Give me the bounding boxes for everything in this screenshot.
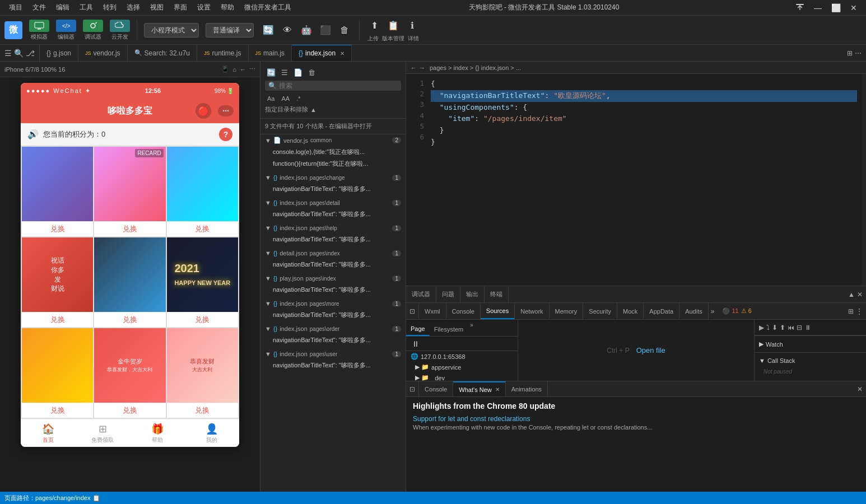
debug-pause-icon[interactable]: ⏸ (804, 324, 811, 332)
call-stack-header[interactable]: ▼ Call Stack (759, 355, 862, 366)
close-button[interactable]: ✕ (846, 0, 862, 16)
search-group-vendorjs-header[interactable]: ▼ 📄 vendor.js common 2 (260, 134, 406, 146)
tab-close-icon[interactable]: ✕ (340, 50, 344, 57)
devtools-move-icon[interactable]: ⊞ (848, 307, 854, 315)
grid-item-1[interactable]: RECARD 兑换 (94, 147, 165, 236)
devtools-close-icon[interactable]: ✕ (857, 291, 863, 298)
debug-play-icon[interactable]: ▶ (759, 324, 764, 332)
search-input[interactable] (279, 82, 398, 90)
devtools-tab-security[interactable]: Security (583, 303, 617, 319)
filter-expand-icon[interactable]: ▲ (310, 106, 316, 113)
phone-more-icon[interactable]: ⋯ (249, 66, 255, 73)
grid-item-3[interactable]: 祝话你多发财说 兑换 (22, 237, 93, 327)
eye-icon[interactable]: 👁 (280, 22, 295, 38)
editor-scrollbar[interactable] (862, 74, 866, 286)
search-result-item[interactable]: navigationBarTitleText": "哆啦多多... (260, 360, 406, 371)
dock-icon[interactable]: ⊡ (409, 307, 415, 315)
maximize-button[interactable]: ⬜ (828, 0, 844, 16)
clear-icon[interactable]: 🗑 (337, 22, 352, 38)
devtools-more-opts-icon[interactable]: ⋮ (856, 307, 863, 315)
devtools-tab-network[interactable]: Network (515, 303, 549, 319)
search-result-item[interactable]: navigationBarTitleText": "哆啦多多... (260, 309, 406, 321)
search-result-item[interactable]: function(){return{title:"我正在哆啦... (260, 158, 406, 170)
editor-button[interactable]: </> (56, 20, 76, 32)
phone-home-icon[interactable]: ⌂ (232, 66, 236, 73)
match-case-btn[interactable]: Aa (265, 94, 277, 103)
bottom-tab-console[interactable]: Console (419, 381, 453, 396)
devtools-tab-appdata[interactable]: AppData (644, 303, 679, 319)
search-group-playjson-header[interactable]: ▼ {} play.json pages\index 1 (260, 273, 406, 284)
phone-nav-me[interactable]: 👤 我的 (185, 419, 240, 447)
bottom-tab-animations[interactable]: Animations (506, 381, 548, 396)
phone-help-icon[interactable]: ? (219, 128, 232, 141)
search-clear-icon[interactable]: 🗑 (305, 66, 318, 78)
mode-select[interactable]: 小程序模式 (144, 23, 199, 38)
search-group-detail-header[interactable]: ▼ {} index.json pages\detail 1 (260, 197, 406, 208)
menu-item-select[interactable]: 选择 (122, 2, 145, 13)
menu-item-view[interactable]: 视图 (146, 2, 168, 13)
detail-icon[interactable]: ℹ (404, 18, 420, 34)
menu-item-interface[interactable]: 界面 (169, 2, 192, 13)
menu-item-help[interactable]: 帮助 (216, 2, 239, 13)
menu-item-settings[interactable]: 设置 (193, 2, 215, 13)
refresh-icon[interactable]: 🔄 (260, 22, 276, 38)
match-word-btn[interactable]: AA (279, 94, 292, 103)
debugger-button[interactable] (83, 20, 103, 32)
search-result-item[interactable]: navigationBarTitleText": "哆啦多多... (260, 334, 406, 346)
menu-item-edit[interactable]: 编辑 (52, 2, 74, 13)
simulator-button[interactable] (29, 20, 49, 32)
devtools-tab-console[interactable]: Console (446, 303, 481, 319)
debug-step-into-icon[interactable]: ⬇ (772, 324, 777, 332)
search-group-user-header[interactable]: ▼ {} index.json pages\user 1 (260, 348, 406, 360)
version-icon[interactable]: 📋 (385, 18, 401, 34)
debug-step-over-icon[interactable]: ⤵ (766, 324, 770, 332)
sources-tab-page[interactable]: Page (406, 322, 430, 336)
tab-search[interactable]: 🔍 Search: 32.u7u (128, 45, 197, 61)
tree-item-dev[interactable]: ▶ 📁 _dev_ (406, 372, 518, 381)
tab-runtimejs[interactable]: JS runtime.js (197, 45, 249, 61)
phone-nav-free[interactable]: ⊞ 免费领取 (76, 419, 131, 447)
phone-rotate-icon[interactable]: 📱 (221, 66, 229, 73)
bottom-close-icon[interactable]: ✕ (857, 385, 863, 393)
search-group-order-header[interactable]: ▼ {} index.json pages\order 1 (260, 323, 406, 334)
grid-item-6[interactable]: 兑换 (22, 328, 93, 418)
watch-header[interactable]: ▶ Watch (759, 338, 862, 350)
panel-search-icon[interactable]: 🔍 (14, 49, 24, 58)
grid-item-2[interactable]: 兑换 (167, 147, 238, 236)
search-result-item[interactable]: navigationBarTitleText": "哆啦多多... (260, 234, 406, 245)
sources-more-tabs-icon[interactable]: » (470, 322, 473, 336)
breadcrumb-nav-fwd[interactable]: → (419, 64, 425, 71)
search-result-item[interactable]: navigationBarTitleText": "哆啦多多... (260, 183, 406, 195)
devtools-more-icon[interactable]: » (711, 307, 715, 315)
search-result-item[interactable]: navigationBarTitleText": "哆啦多多... (260, 259, 406, 270)
menu-item-goto[interactable]: 转到 (99, 2, 121, 13)
open-file-link[interactable]: Open file (636, 346, 665, 354)
search-collapse-icon[interactable]: ☰ (278, 66, 291, 78)
phone-nav-help[interactable]: 🎁 帮助 (130, 419, 185, 447)
devtools-tab-audits[interactable]: Audits (679, 303, 709, 319)
robot-icon[interactable]: 🤖 (299, 22, 314, 38)
devtools-tab-debugger[interactable]: 调试器 (406, 286, 436, 302)
devtools-tab-memory[interactable]: Memory (550, 303, 584, 319)
devtools-tab-problems[interactable]: 问题 (436, 286, 460, 302)
devtools-tab-wxml[interactable]: Wxml (419, 303, 446, 319)
tab-gjson[interactable]: {} g.json (40, 45, 78, 61)
phone-header-menu[interactable]: ··· (218, 105, 234, 116)
tab-indexjson[interactable]: {} index.json ✕ (292, 45, 352, 61)
status-path-value[interactable]: pages/change/index (35, 494, 90, 501)
whatsnew-close-icon[interactable]: ✕ (495, 386, 500, 393)
search-result-item[interactable]: navigationBarTitleText": "哆啦多多... (260, 208, 406, 220)
search-new-file-icon[interactable]: 📄 (292, 66, 304, 78)
devtools-tab-mock[interactable]: Mock (617, 303, 644, 319)
status-copy-icon[interactable]: 📋 (92, 494, 100, 502)
phone-header-action[interactable]: 🔴 (195, 103, 211, 119)
search-refresh-icon[interactable]: 🔄 (265, 66, 277, 78)
bottom-tab-whatsnew[interactable]: What's New ✕ (453, 381, 505, 396)
devtools-expand-icon[interactable]: ▲ (848, 291, 855, 298)
menu-item-project[interactable]: 项目 (4, 2, 27, 13)
use-regex-btn[interactable]: .* (294, 94, 302, 103)
panel-list-icon[interactable]: ☰ (4, 49, 12, 58)
debug-deactivate-icon[interactable]: ⊟ (797, 324, 802, 332)
search-group-help-header[interactable]: ▼ {} index.json pages\help 1 (260, 222, 406, 234)
search-result-item[interactable]: console.log(e),{title:"我正在哆啦... (260, 146, 406, 158)
